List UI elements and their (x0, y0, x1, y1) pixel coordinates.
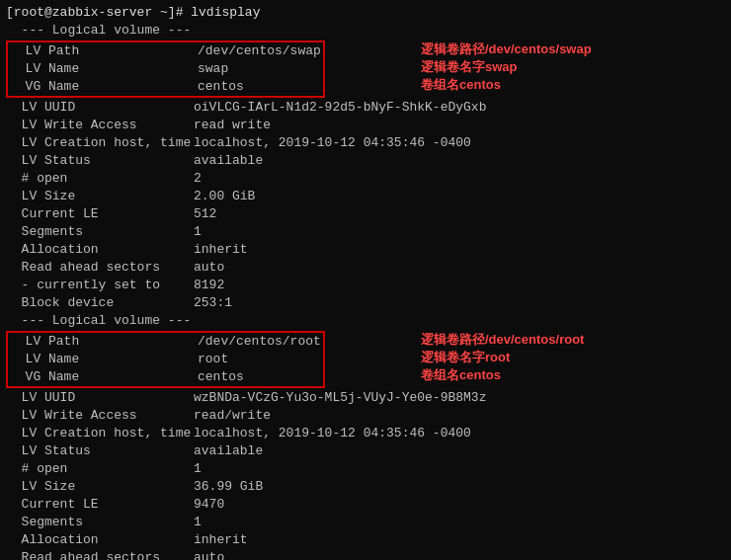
b2-lv-status: LV Status available (6, 442, 725, 460)
annotation2-line1: 逻辑卷路径/dev/centos/root (421, 331, 584, 349)
b2-lv-name: LV Name root (10, 351, 321, 368)
b1-block-device: Block device 253:1 (6, 294, 725, 312)
b1-segments: Segments 1 (6, 223, 725, 241)
b2-lv-size: LV Size 36.99 GiB (6, 478, 725, 496)
b2-lv-write: LV Write Access read/write (6, 407, 725, 425)
b1-lv-creation: LV Creation host, time localhost, 2019-1… (6, 134, 725, 152)
b1-allocation: Allocation inherit (6, 241, 725, 259)
b2-segments: Segments 1 (6, 514, 725, 531)
terminal: [root@zabbix-server ~]# lvdisplay --- Lo… (0, 0, 731, 560)
separator1: --- Logical volume --- (6, 22, 725, 40)
b2-vg-name: VG Name centos (10, 368, 321, 386)
b1-lv-uuid: LV UUID oiVLCG-IArL-N1d2-92d5-bNyF-ShkK-… (6, 99, 725, 117)
prompt: [root@zabbix-server ~]# lvdisplay (6, 4, 260, 22)
b1-lv-name: LV Name swap (10, 60, 321, 78)
b2-open: # open 1 (6, 460, 725, 478)
block2-redbox: LV Path /dev/centos/root LV Name root VG… (6, 331, 325, 388)
annotation2-line3: 卷组名centos (421, 366, 501, 384)
b1-lv-size: LV Size 2.00 GiB (6, 188, 725, 205)
annotation1-line1: 逻辑卷路径/dev/centos/swap (421, 40, 592, 58)
b1-lv-write: LV Write Access read write (6, 117, 725, 134)
b2-lv-creation: LV Creation host, time localhost, 2019-1… (6, 425, 725, 442)
annotation2-line2: 逻辑卷名字root (421, 349, 510, 366)
b1-currently: - currently set to 8192 (6, 277, 725, 294)
b1-vg-name: VG Name centos (10, 78, 321, 96)
b1-current-le: Current LE 512 (6, 205, 725, 223)
block1-container: LV Path /dev/centos/swap LV Name swap VG… (6, 40, 725, 98)
b2-lv-path: LV Path /dev/centos/root (10, 333, 321, 351)
annotation1-line2: 逻辑卷名字swap (421, 58, 518, 76)
separator2: --- Logical volume --- (6, 312, 725, 330)
b2-current-le: Current LE 9470 (6, 496, 725, 514)
block2-container: LV Path /dev/centos/root LV Name root VG… (6, 331, 725, 388)
b1-read-ahead: Read ahead sectors auto (6, 259, 725, 277)
annotation1-line3: 卷组名centos (421, 76, 501, 94)
b2-read-ahead: Read ahead sectors auto (6, 549, 725, 560)
b2-allocation: Allocation inherit (6, 531, 725, 549)
prompt-line: [root@zabbix-server ~]# lvdisplay (6, 4, 725, 22)
b1-lv-path: LV Path /dev/centos/swap (10, 42, 321, 60)
b1-lv-status: LV Status available (6, 152, 725, 170)
b1-open: # open 2 (6, 170, 725, 188)
block1-redbox: LV Path /dev/centos/swap LV Name swap VG… (6, 40, 325, 98)
b2-lv-uuid: LV UUID wzBNDa-VCzG-Yu3o-ML5j-VUyJ-Ye0e-… (6, 389, 725, 407)
